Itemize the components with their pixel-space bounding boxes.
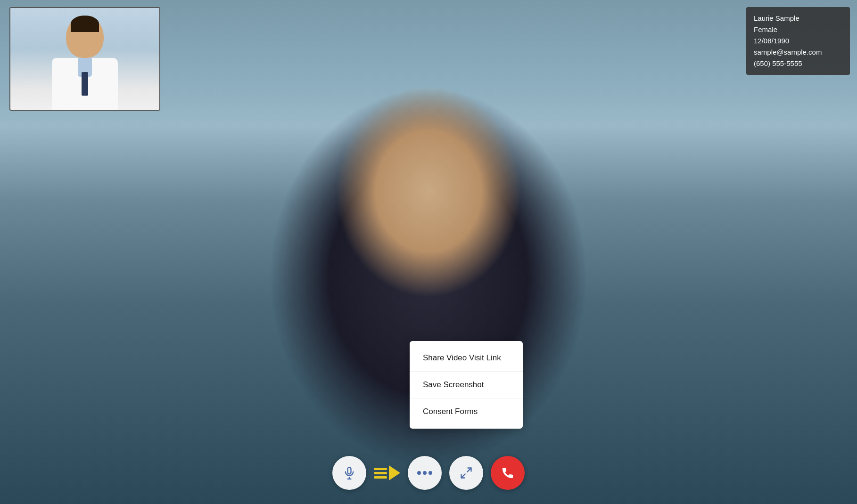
controls-bar <box>332 456 525 490</box>
microphone-icon <box>343 466 356 480</box>
expand-button[interactable] <box>449 456 483 490</box>
dot-3 <box>428 471 432 475</box>
expand-icon <box>460 466 473 480</box>
doctor-figure <box>42 16 127 110</box>
doctor-head <box>66 16 104 58</box>
patient-phone: (650) 555-5555 <box>754 58 842 69</box>
patient-gender: Female <box>754 24 842 35</box>
arrow-lines <box>374 468 387 479</box>
dot-2 <box>423 471 427 475</box>
arrow-indicator <box>374 465 400 480</box>
patient-name: Laurie Sample <box>754 13 842 24</box>
context-menu-share-video-link[interactable]: Share Video Visit Link <box>410 345 523 372</box>
dot-1 <box>417 471 421 475</box>
svg-line-3 <box>467 468 471 472</box>
svg-rect-0 <box>348 467 351 474</box>
end-call-button[interactable] <box>491 456 525 490</box>
arrow-line-3 <box>374 476 387 479</box>
doctor-pip-video <box>9 7 160 111</box>
context-menu-save-screenshot[interactable]: Save Screenshot <box>410 372 523 398</box>
doctor-tie <box>82 72 88 96</box>
patient-email: sample@sample.com <box>754 47 842 58</box>
end-call-icon <box>501 466 514 480</box>
svg-line-4 <box>461 474 465 478</box>
doctor-body <box>52 58 118 111</box>
video-call-main: Laurie Sample Female 12/08/1990 sample@s… <box>0 0 857 504</box>
doctor-pip-inner <box>10 8 159 110</box>
context-menu-consent-forms[interactable]: Consent Forms <box>410 398 523 425</box>
arrow-head <box>389 465 400 480</box>
more-options-icon <box>417 471 432 475</box>
context-menu: Share Video Visit Link Save Screenshot C… <box>410 341 523 429</box>
microphone-button[interactable] <box>332 456 366 490</box>
doctor-hair <box>71 16 99 32</box>
arrow-line-2 <box>374 472 387 474</box>
patient-dob: 12/08/1990 <box>754 35 842 47</box>
more-options-button[interactable] <box>408 456 442 490</box>
patient-info-overlay: Laurie Sample Female 12/08/1990 sample@s… <box>746 7 850 75</box>
arrow-line-1 <box>374 468 387 470</box>
